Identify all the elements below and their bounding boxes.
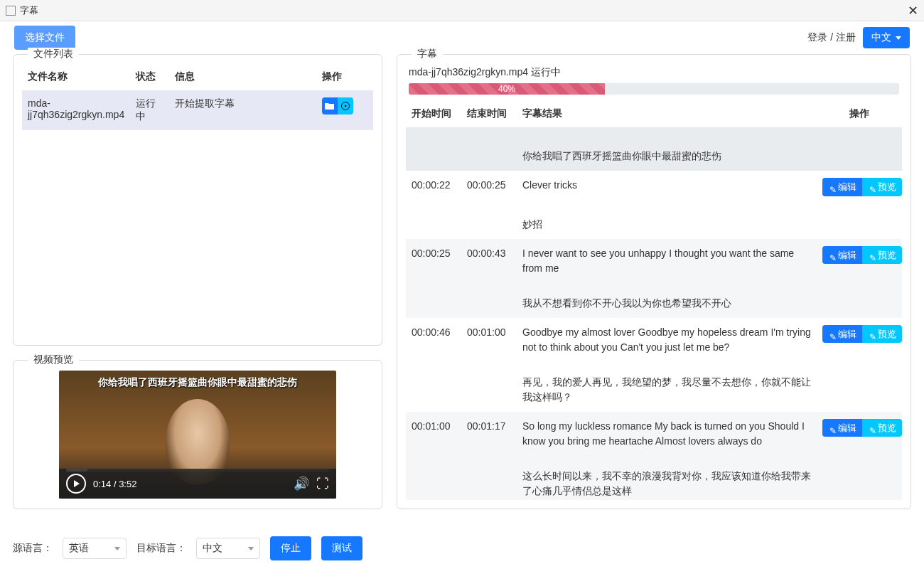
language-button[interactable]: 中文 [863,27,910,48]
preview-button[interactable]: 预览 [862,246,902,265]
play-file-button[interactable] [338,97,353,115]
edit-button[interactable]: 编辑 [822,246,862,265]
fullscreen-icon[interactable]: ⛶ [316,477,329,491]
preview-button[interactable]: 预览 [862,419,902,437]
subtitle-translation-row: 再见，我的爱人再见，我绝望的梦，我尽量不去想你，你就不能让我这样吗？ [406,362,902,412]
sub-text: So long my luckless romance My back is t… [517,412,817,456]
file-header-name: 文件名称 [22,63,130,90]
sub-translation: 再见，我的爱人再见，我绝望的梦，我尽量不去想你，你就不能让我这样吗？ [517,362,817,412]
video-time: 0:14 / 3:52 [93,479,136,489]
pencil-icon [868,251,876,260]
sub-translation: 这么长时间以来，我不幸的浪漫我背对你，我应该知道你给我带来了心痛几乎情侣总是这样 [517,456,817,500]
select-file-button[interactable]: 选择文件 [14,26,75,50]
file-name: mda-jj7qh36zig2rgkyn.mp4 [22,90,130,130]
sub-start: 00:00:22 [406,171,461,204]
test-button[interactable]: 测试 [321,536,362,560]
pencil-icon [868,183,876,191]
sub-header-action: 操作 [817,100,902,127]
sub-header-result: 字幕结果 [517,100,817,127]
target-lang-value: 中文 [203,542,222,555]
sub-end: 00:01:00 [461,318,517,362]
pencil-icon [828,251,837,260]
sub-start: 00:00:25 [406,239,461,283]
signin-link[interactable]: 登录 / 注册 [807,31,856,44]
file-status: 运行中 [130,90,169,130]
subtitle-file-header: mda-jj7qh36zig2rgkyn.mp4 运行中 [409,66,902,79]
language-label: 中文 [871,31,891,44]
chevron-down-icon [896,36,901,40]
subtitle-translation-row: 我从不想看到你不开心我以为你也希望我不开心 [406,283,902,318]
file-info: 开始提取字幕 [169,90,316,130]
bottom-bar: 源语言： 英语 目标语言： 中文 停止 测试 [13,536,911,560]
file-list-legend: 文件列表 [28,48,79,60]
progress-fill: 40% [409,83,605,95]
subtitle-row [406,127,902,142]
sub-start [406,127,461,142]
chevron-down-icon [114,547,120,551]
toolbar: 选择文件 登录 / 注册 中文 [0,21,924,54]
sub-end: 00:01:17 [461,412,517,456]
sub-text: Goodbye my almost lover Goodbye my hopel… [517,318,817,362]
edit-button[interactable]: 编辑 [822,178,862,196]
source-lang-select[interactable]: 英语 [63,538,127,559]
sub-translation: 妙招 [517,204,817,239]
subtitle-translation-row: 妙招 [406,204,902,239]
sub-end: 00:00:25 [461,171,517,204]
file-table: 文件名称 状态 信息 操作 mda-jj7qh36zig2rgkyn.mp4 运… [22,63,373,130]
pencil-icon [828,330,837,339]
volume-icon[interactable]: 🔊 [294,476,309,491]
sub-translation: 我从不想看到你不开心我以为你也希望我不开心 [517,283,817,318]
sub-header-end: 结束时间 [461,100,517,127]
sub-text [517,127,817,142]
preview-button[interactable]: 预览 [862,325,902,344]
source-lang-value: 英语 [69,542,89,555]
subtitle-row: 00:01:0000:01:17So long my luckless roma… [406,412,902,456]
subtitle-table: 开始时间 结束时间 字幕结果 操作 你给我唱了西班牙摇篮曲你眼中最甜蜜的悲伤00… [406,100,902,500]
subtitle-actions: 编辑预览 [822,178,902,196]
pencil-icon [868,424,876,432]
target-lang-select[interactable]: 中文 [196,538,260,559]
subtitle-panel: 字幕 mda-jj7qh36zig2rgkyn.mp4 运行中 40% 开始时间… [397,54,911,509]
file-row[interactable]: mda-jj7qh36zig2rgkyn.mp4 运行中 开始提取字幕 [22,90,373,130]
sub-translation: 你给我唱了西班牙摇篮曲你眼中最甜蜜的悲伤 [517,142,817,171]
subtitle-actions: 编辑预览 [822,246,902,265]
video-controls: 0:14 / 3:52 🔊 ⛶ [59,469,336,499]
video-player[interactable]: 你给我唱了西班牙摇篮曲你眼中最甜蜜的悲伤 0:14 / 3:52 🔊 ⛶ [59,371,336,499]
window-title: 字幕 [20,4,38,17]
file-action-group [322,97,353,115]
edit-button[interactable]: 编辑 [822,419,862,437]
subtitle-translation-row: 这么长时间以来，我不幸的浪漫我背对你，我应该知道你给我带来了心痛几乎情侣总是这样 [406,456,902,500]
sub-end [461,127,517,142]
preview-button[interactable]: 预览 [862,178,902,196]
play-icon [74,480,80,487]
edit-button[interactable]: 编辑 [822,325,862,344]
stop-button[interactable]: 停止 [270,536,311,560]
open-folder-button[interactable] [322,97,338,115]
pencil-icon [868,330,876,339]
video-subtitle-overlay: 你给我唱了西班牙摇篮曲你眼中最甜蜜的悲伤 [59,376,336,389]
sub-text: Clever tricks [517,171,817,204]
subtitle-row: 00:00:2500:00:43I never want to see you … [406,239,902,283]
chevron-down-icon [248,547,254,551]
subtitle-row: 00:00:4600:01:00Goodbye my almost lover … [406,318,902,362]
sub-text: I never want to see you unhappy I though… [517,239,817,283]
source-lang-label: 源语言： [13,542,53,555]
target-lang-label: 目标语言： [136,542,186,555]
close-icon[interactable]: ✕ [908,3,918,18]
subtitle-translation-row: 你给我唱了西班牙摇篮曲你眼中最甜蜜的悲伤 [406,142,902,171]
file-header-status: 状态 [130,63,169,90]
file-header-info: 信息 [169,63,316,90]
sub-header-start: 开始时间 [406,100,461,127]
subtitle-row: 00:00:2200:00:25Clever tricks编辑预览 [406,171,902,204]
window-titlebar: 字幕 ✕ [0,0,924,21]
video-preview-panel: 视频预览 你给我唱了西班牙摇篮曲你眼中最甜蜜的悲伤 0:14 / 3:52 🔊 … [13,360,382,509]
pencil-icon [828,424,837,432]
video-play-button[interactable] [66,474,86,494]
sub-start: 00:01:00 [406,412,461,456]
sub-end: 00:00:43 [461,239,517,283]
play-circle-icon [341,102,350,110]
sub-start: 00:00:46 [406,318,461,362]
file-header-action: 操作 [316,63,373,90]
subtitle-actions: 编辑预览 [822,419,902,437]
progress-bar: 40% [409,83,899,95]
